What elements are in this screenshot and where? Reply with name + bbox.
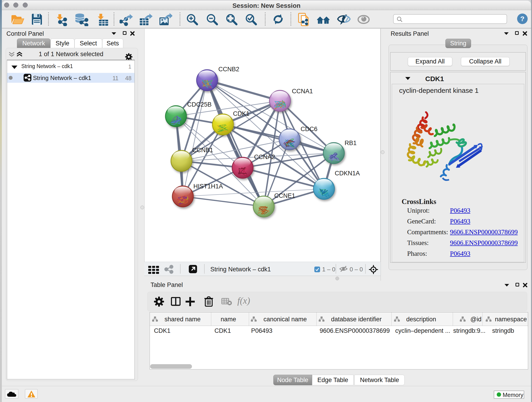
svg-text:CCNE1: CCNE1 bbox=[274, 192, 295, 199]
svg-text:CCNA2: CCNA2 bbox=[254, 153, 275, 160]
svg-text:CDC25B: CDC25B bbox=[187, 101, 212, 108]
svg-text:CCNB2: CCNB2 bbox=[218, 66, 239, 73]
svg-text:CDKN1A: CDKN1A bbox=[335, 170, 360, 177]
svg-text:CCNB1: CCNB1 bbox=[192, 147, 213, 153]
svg-text:RB1: RB1 bbox=[345, 140, 357, 147]
svg-text:CDC6: CDC6 bbox=[301, 126, 317, 133]
svg-text:HIST1H1A: HIST1H1A bbox=[193, 183, 223, 190]
svg-text:CDK1: CDK1 bbox=[233, 110, 249, 117]
svg-text:CCNA1: CCNA1 bbox=[292, 88, 313, 95]
